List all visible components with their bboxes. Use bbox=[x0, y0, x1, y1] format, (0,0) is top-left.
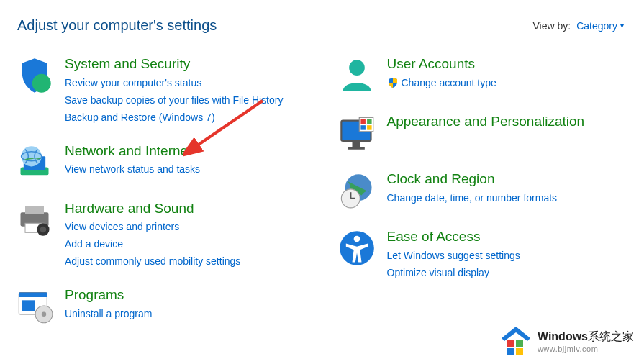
svg-rect-32 bbox=[507, 340, 514, 347]
svg-rect-35 bbox=[516, 348, 523, 355]
svg-rect-34 bbox=[507, 348, 514, 355]
category-title-network-internet[interactable]: Network and Internet bbox=[65, 142, 200, 160]
category-title-system-security[interactable]: System and Security bbox=[65, 55, 283, 73]
category-network-internet: Network and Internet View network status… bbox=[14, 142, 308, 183]
uac-shield-icon bbox=[387, 77, 399, 88]
svg-rect-12 bbox=[22, 301, 35, 311]
link-uninstall-program[interactable]: Uninstall a program bbox=[65, 306, 152, 322]
svg-rect-19 bbox=[348, 147, 365, 150]
watermark-line2: www.bjjmlv.com bbox=[538, 345, 634, 353]
link-save-backup[interactable]: Save backup copies of your files with Fi… bbox=[65, 93, 283, 108]
category-title-clock-region[interactable]: Clock and Region bbox=[387, 170, 558, 188]
link-add-device[interactable]: Add a device bbox=[65, 237, 240, 252]
link-backup-restore[interactable]: Backup and Restore (Windows 7) bbox=[65, 110, 283, 125]
page-title: Adjust your computer's settings bbox=[17, 17, 217, 34]
svg-point-9 bbox=[40, 226, 47, 232]
category-title-ease-access[interactable]: Ease of Access bbox=[387, 228, 520, 246]
category-title-appearance[interactable]: Appearance and Personalization bbox=[387, 113, 585, 131]
programs-icon bbox=[14, 286, 55, 327]
view-by-dropdown[interactable]: Category ▾ bbox=[576, 20, 624, 32]
svg-point-3 bbox=[22, 146, 42, 166]
link-change-account-type[interactable]: Change account type bbox=[387, 76, 496, 91]
svg-point-14 bbox=[42, 312, 47, 317]
clock-globe-icon bbox=[337, 170, 377, 211]
category-hardware-sound: Hardware and Sound View devices and prin… bbox=[14, 200, 308, 270]
link-change-date-time[interactable]: Change date, time, or number formats bbox=[387, 191, 558, 206]
shield-icon bbox=[14, 55, 55, 96]
link-windows-suggest[interactable]: Let Windows suggest settings bbox=[387, 248, 520, 263]
link-mobility-settings[interactable]: Adjust commonly used mobility settings bbox=[65, 254, 240, 269]
accessibility-icon bbox=[337, 228, 377, 268]
monitor-icon bbox=[337, 113, 377, 153]
category-appearance: Appearance and Personalization bbox=[337, 113, 630, 153]
link-view-devices[interactable]: View devices and printers bbox=[65, 219, 240, 235]
svg-rect-33 bbox=[516, 340, 523, 347]
watermark-line1: Windows系统之家 bbox=[538, 329, 634, 345]
link-review-status[interactable]: Review your computer's status bbox=[65, 76, 283, 91]
category-system-security: System and Security Review your computer… bbox=[14, 55, 308, 125]
svg-rect-18 bbox=[352, 142, 360, 147]
link-network-status[interactable]: View network status and tasks bbox=[65, 162, 200, 177]
view-by-container: View by: Category ▾ bbox=[533, 20, 624, 32]
svg-rect-6 bbox=[25, 206, 44, 214]
category-title-user-accounts[interactable]: User Accounts bbox=[387, 55, 496, 73]
category-title-hardware-sound[interactable]: Hardware and Sound bbox=[65, 200, 240, 218]
category-title-programs[interactable]: Programs bbox=[65, 286, 152, 304]
link-optimize-display[interactable]: Optimize visual display bbox=[387, 265, 520, 281]
svg-point-15 bbox=[349, 60, 365, 76]
svg-rect-22 bbox=[367, 119, 371, 124]
windows-logo-icon bbox=[499, 324, 533, 358]
svg-rect-23 bbox=[360, 125, 366, 130]
watermark: Windows系统之家 www.bjjmlv.com bbox=[499, 324, 634, 358]
svg-rect-24 bbox=[367, 125, 371, 130]
svg-rect-21 bbox=[360, 119, 366, 124]
svg-point-30 bbox=[353, 236, 360, 242]
printer-icon bbox=[14, 200, 55, 240]
svg-rect-11 bbox=[19, 293, 47, 298]
network-icon bbox=[14, 142, 55, 183]
category-programs: Programs Uninstall a program bbox=[14, 286, 308, 327]
view-by-value: Category bbox=[576, 20, 617, 32]
category-clock-region: Clock and Region Change date, time, or n… bbox=[337, 170, 630, 211]
category-ease-access: Ease of Access Let Windows suggest setti… bbox=[337, 228, 630, 281]
category-user-accounts: User Accounts Change account type bbox=[337, 55, 630, 96]
svg-point-0 bbox=[32, 74, 51, 93]
link-change-account-type-text: Change account type bbox=[402, 76, 496, 91]
chevron-down-icon: ▾ bbox=[620, 22, 624, 29]
user-icon bbox=[337, 55, 377, 96]
view-by-label: View by: bbox=[533, 20, 571, 32]
